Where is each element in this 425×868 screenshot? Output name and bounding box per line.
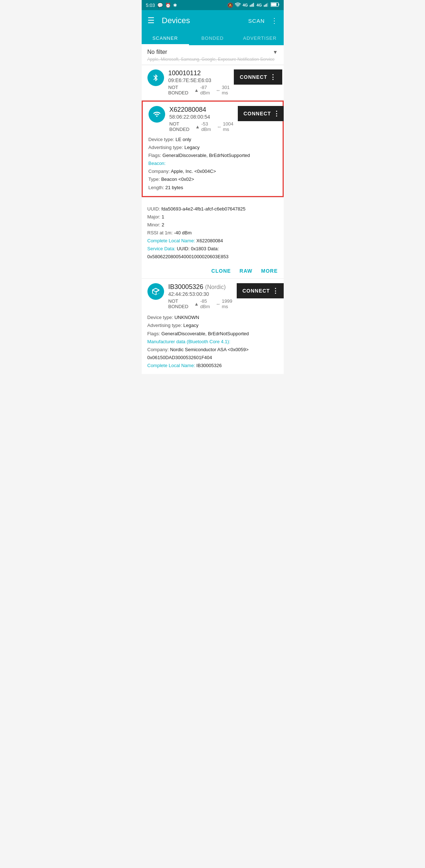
4g2-icon: 4G bbox=[257, 3, 262, 7]
filter-chips: Apple, Microsoft, Samsung, Google, Expos… bbox=[147, 57, 278, 62]
device-actions: CLONE RAW MORE bbox=[147, 265, 278, 274]
detail-mfr-label: Manufacturer data (Bluetooth Core 4.1): bbox=[147, 338, 278, 346]
detail-minor: Minor: 2 bbox=[147, 221, 278, 229]
bluetooth-status-icon: ✱ bbox=[173, 3, 177, 8]
svg-rect-8 bbox=[267, 3, 268, 7]
time-display: 5:03 bbox=[146, 3, 155, 8]
device-status-row: NOT BONDED ▲ -85 dBm ↔ 1999 ms bbox=[168, 298, 232, 309]
device-interval: ↔ 301 ms bbox=[216, 85, 230, 95]
device-details-nordic: Device type: UNKNOWN Advertising type: L… bbox=[147, 314, 278, 370]
svg-rect-7 bbox=[266, 4, 267, 7]
menu-button[interactable]: ☰ bbox=[147, 16, 155, 25]
more-button[interactable]: MORE bbox=[261, 268, 278, 274]
detail-rssi-1m: RSSI at 1m: -40 dBm bbox=[147, 229, 278, 237]
svg-rect-10 bbox=[278, 4, 279, 5]
toolbar: ☰ Devices SCAN ⋮ bbox=[142, 10, 284, 31]
detail-flags: Flags: GeneralDiscoverable, BrEdrNotSupp… bbox=[147, 330, 278, 338]
device-list: 100010112 09:E6:7E:5E:E6:03 NOT BONDED ▲… bbox=[142, 65, 284, 374]
connect-more-dots[interactable]: ⋮ bbox=[270, 73, 276, 81]
device-icon-bluetooth bbox=[147, 69, 164, 86]
detail-service-data: Service Data: UUID: 0x1803 Data: 0x58062… bbox=[147, 245, 278, 261]
detail-device-type: Device type: LE only bbox=[149, 136, 277, 144]
clone-button[interactable]: CLONE bbox=[211, 268, 231, 274]
device-interval: ↔ 1004 ms bbox=[217, 121, 233, 132]
device-card: 100010112 09:E6:7E:5E:E6:03 NOT BONDED ▲… bbox=[142, 65, 284, 100]
svg-rect-5 bbox=[264, 5, 265, 7]
svg-rect-2 bbox=[251, 4, 252, 7]
device-info: 100010112 09:E6:7E:5E:E6:03 NOT BONDED ▲… bbox=[168, 69, 230, 95]
device-card-continued: UUID: fda50693-a4e2-4fb1-afcf-c6eb076478… bbox=[142, 198, 284, 278]
detail-data-nordic: 0x06150DAD3000532601F404 bbox=[147, 354, 278, 362]
interval-icon: ↔ bbox=[216, 301, 220, 307]
device-icon-nordic bbox=[147, 283, 164, 300]
signal-icon: ▲ bbox=[195, 124, 200, 129]
wifi-icon bbox=[235, 2, 241, 8]
device-details-continued: UUID: fda50693-a4e2-4fb1-afcf-c6eb076478… bbox=[147, 205, 278, 261]
filter-bar: No filter ▼ Apple, Microsoft, Samsung, G… bbox=[142, 45, 284, 65]
svg-point-0 bbox=[237, 6, 238, 7]
detail-major: Major: 1 bbox=[147, 213, 278, 221]
device-bond-status: NOT BONDED bbox=[168, 85, 189, 95]
detail-local-name: Complete Local Name: X622080084 bbox=[147, 237, 278, 245]
device-bond-status: NOT BONDED bbox=[169, 121, 190, 132]
svg-rect-3 bbox=[252, 4, 253, 7]
connect-button[interactable]: CONNECT ⋮ bbox=[234, 69, 282, 85]
status-bar: 5:03 💬 ⏰ ✱ 🔕 4G 4G bbox=[142, 0, 284, 10]
device-status-row: NOT BONDED ▲ -53 dBm ↔ 1004 ms bbox=[169, 121, 233, 132]
device-rssi: ▲ -87 dBm bbox=[194, 85, 210, 95]
detail-length: Length: 21 bytes bbox=[149, 184, 277, 192]
device-name: 100010112 bbox=[168, 69, 230, 77]
detail-company-nordic: Company: Nordic Semiconductor ASA <0x005… bbox=[147, 346, 278, 354]
page-title: Devices bbox=[162, 16, 248, 25]
filter-dropdown-icon[interactable]: ▼ bbox=[273, 49, 278, 55]
scan-button[interactable]: SCAN bbox=[248, 18, 265, 24]
signal-icon: ▲ bbox=[194, 301, 199, 307]
device-mac: 09:E6:7E:5E:E6:03 bbox=[168, 77, 230, 83]
tab-bar: SCANNER BONDED ADVERTISER bbox=[142, 31, 284, 45]
connect-more-dots[interactable]: ⋮ bbox=[272, 287, 279, 295]
status-right: 🔕 4G 4G bbox=[227, 2, 279, 8]
device-mac: 58:06:22:08:00:54 bbox=[169, 114, 233, 120]
filter-row[interactable]: No filter ▼ bbox=[147, 49, 278, 55]
device-name: IB30005326 (Nordic) bbox=[168, 283, 232, 291]
detail-flags: Flags: GeneralDiscoverable, BrEdrNotSupp… bbox=[149, 152, 277, 159]
alarm-icon: ⏰ bbox=[165, 3, 171, 8]
connect-button[interactable]: CONNECT ⋮ bbox=[237, 283, 284, 298]
connect-more-dots[interactable]: ⋮ bbox=[273, 110, 280, 118]
tab-scanner[interactable]: SCANNER bbox=[142, 31, 189, 45]
device-icon-wifi bbox=[149, 106, 165, 123]
status-left: 5:03 💬 ⏰ ✱ bbox=[146, 3, 177, 8]
tab-advertiser[interactable]: ADVERTISER bbox=[236, 31, 284, 45]
device-header: X622080084 58:06:22:08:00:54 NOT BONDED … bbox=[149, 106, 277, 132]
signal2-icon bbox=[264, 3, 269, 8]
svg-rect-6 bbox=[265, 4, 266, 7]
detail-company: Company: Apple, Inc. <0x004C> bbox=[149, 167, 277, 175]
connect-button[interactable]: CONNECT ⋮ bbox=[238, 106, 284, 121]
signal-icon: ▲ bbox=[194, 88, 199, 93]
device-rssi: ▲ -85 dBm bbox=[194, 298, 210, 309]
device-info: X622080084 58:06:22:08:00:54 NOT BONDED … bbox=[169, 106, 233, 132]
detail-local-name-nordic: Complete Local Name: IB30005326 bbox=[147, 362, 278, 370]
bell-mute-icon: 🔕 bbox=[227, 3, 233, 8]
signal1-icon bbox=[250, 3, 255, 8]
detail-beacon-label: Beacon: bbox=[149, 159, 277, 167]
device-bond-status: NOT BONDED bbox=[168, 298, 189, 309]
device-header: IB30005326 (Nordic) 42:44:26:53:00:30 NO… bbox=[147, 283, 278, 309]
filter-label: No filter bbox=[147, 49, 167, 55]
device-name: X622080084 bbox=[169, 106, 233, 114]
more-options-button[interactable]: ⋮ bbox=[271, 16, 278, 25]
svg-rect-1 bbox=[250, 5, 250, 7]
4g-icon: 4G bbox=[242, 3, 248, 7]
raw-button[interactable]: RAW bbox=[240, 268, 253, 274]
battery-icon bbox=[271, 2, 279, 8]
device-mac: 42:44:26:53:00:30 bbox=[168, 291, 232, 297]
interval-icon: ↔ bbox=[217, 124, 222, 129]
tab-bonded[interactable]: BONDED bbox=[189, 31, 236, 45]
detail-uuid: UUID: fda50693-a4e2-4fb1-afcf-c6eb076478… bbox=[147, 205, 278, 213]
detail-adv-type: Advertising type: Legacy bbox=[147, 322, 278, 329]
wechat-icon: 💬 bbox=[157, 3, 163, 8]
interval-icon: ↔ bbox=[216, 88, 220, 93]
detail-adv-type: Advertising type: Legacy bbox=[149, 144, 277, 152]
device-card-highlighted: X622080084 58:06:22:08:00:54 NOT BONDED … bbox=[142, 101, 284, 197]
device-details: Device type: LE only Advertising type: L… bbox=[149, 136, 277, 192]
